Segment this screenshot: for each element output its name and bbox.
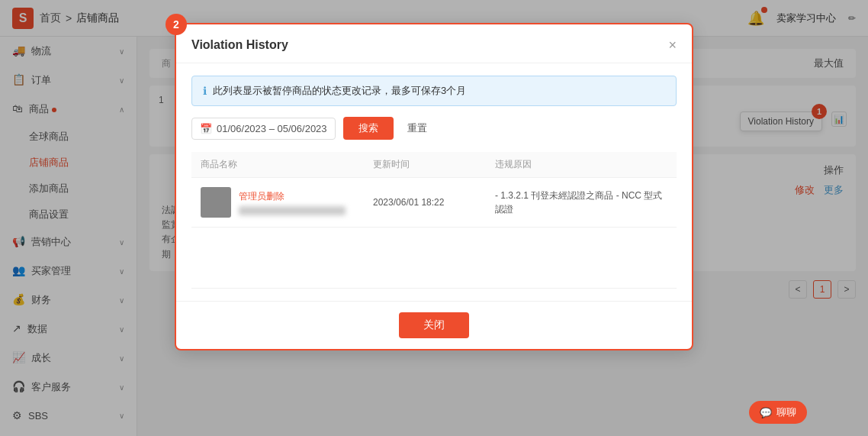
- modal-title: Violation History: [191, 38, 288, 52]
- chat-button[interactable]: 💬 聊聊: [749, 401, 807, 424]
- calendar-icon: 📅: [200, 123, 212, 134]
- chat-label: 聊聊: [776, 405, 796, 419]
- col-product: 商品名称: [201, 158, 373, 171]
- admin-delete-label: 管理员删除: [239, 190, 346, 203]
- search-row: 📅 01/06/2023 – 05/06/2023 搜索 重置: [191, 117, 677, 140]
- chat-icon: 💬: [760, 407, 772, 418]
- violation-reason: - 1.3.2.1 刊登未經認證之商品 - NCC 型式認證: [495, 189, 667, 216]
- modal-footer: 关闭: [176, 301, 692, 349]
- info-bar: ℹ 此列表显示被暂停商品的状态更改记录，最多可保存3个月: [191, 76, 677, 106]
- update-time: 2023/06/01 18:22: [373, 197, 495, 208]
- col-reason: 违规原因: [495, 158, 667, 171]
- date-range-value: 01/06/2023 – 05/06/2023: [217, 123, 327, 134]
- modal-close-footer-btn[interactable]: 关闭: [399, 312, 469, 338]
- col-time: 更新时间: [373, 158, 495, 171]
- date-range-input[interactable]: 📅 01/06/2023 – 05/06/2023: [191, 118, 336, 140]
- modal-overlay: 2 Violation History × ℹ 此列表显示被暂停商品的状态更改记…: [137, 37, 868, 436]
- info-text: 此列表显示被暂停商品的状态更改记录，最多可保存3个月: [213, 84, 466, 98]
- product-name-blurred: [239, 206, 346, 215]
- table-row: 管理员删除 2023/06/01 18:22 - 1.3.2.1 刊登未經認證之…: [191, 178, 677, 228]
- main-layout: 🚚物流 ∨ 📋订单 ∨ 🛍商品 ∧ 全球商品 店铺商品 添加商品 商品设置 📢营…: [0, 37, 868, 436]
- search-button[interactable]: 搜索: [343, 117, 394, 140]
- product-cell: 管理员删除: [201, 187, 373, 218]
- table-header: 商品名称 更新时间 违规原因: [191, 152, 677, 178]
- main-content: 商 最大值 1 Violation History 1 📊 操作 修改: [137, 37, 868, 436]
- empty-row: [191, 228, 677, 289]
- product-info: 管理员删除: [239, 190, 346, 215]
- modal-body: ℹ 此列表显示被暂停商品的状态更改记录，最多可保存3个月 📅 01/06/202…: [176, 63, 692, 301]
- product-thumbnail: [201, 187, 231, 218]
- modal-close-btn[interactable]: ×: [668, 38, 677, 52]
- violation-history-modal: 2 Violation History × ℹ 此列表显示被暂停商品的状态更改记…: [175, 37, 693, 350]
- modal-header: Violation History ×: [176, 37, 692, 63]
- info-icon: ℹ: [203, 85, 207, 97]
- reset-button[interactable]: 重置: [401, 117, 433, 140]
